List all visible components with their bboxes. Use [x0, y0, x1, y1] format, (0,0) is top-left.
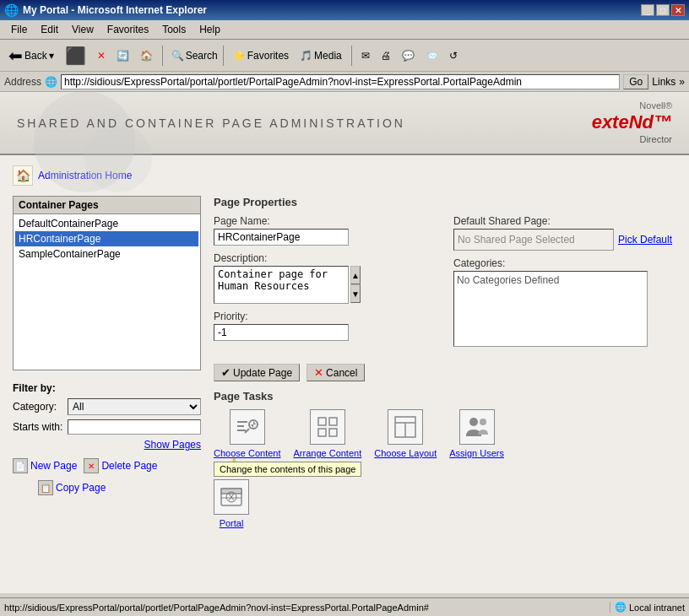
arrange-content-label: Arrange Content [294, 448, 362, 458]
admin-home-icon: 🏠 [13, 165, 33, 186]
page-name-input[interactable] [214, 229, 349, 246]
page-properties-title: Page Properties [214, 196, 676, 208]
menu-edit[interactable]: Edit [34, 22, 65, 37]
close-button[interactable]: ✕ [671, 4, 685, 16]
portal-icon [219, 484, 244, 510]
go-button[interactable]: Go [623, 74, 648, 89]
address-bar: Address 🌐 Go Links » [0, 72, 689, 92]
choose-content-task[interactable]: Choose Content 👆 Change the contents of … [214, 409, 281, 458]
page-wrapper: SHARED AND CONTAINER PAGE ADMINISTRATION… [0, 92, 689, 593]
description-textarea[interactable]: Container page for Human Resources [214, 266, 349, 304]
starts-with-input[interactable] [68, 419, 201, 435]
minimize-button[interactable]: _ [641, 4, 654, 16]
page-tasks-title: Page Tasks [214, 390, 676, 403]
home-icon: 🏠 [140, 50, 153, 62]
left-panel: Container Pages DefaultContainerPage HRC… [13, 196, 201, 500]
menu-view[interactable]: View [65, 22, 100, 37]
svg-rect-7 [318, 418, 326, 425]
cancel-label: Cancel [326, 367, 357, 379]
back-button[interactable]: ⬅ Back ▾ [4, 43, 58, 68]
category-select[interactable]: All [68, 398, 201, 415]
zone-icon: 🌐 [615, 602, 627, 613]
forward-button[interactable]: ⬛ [61, 43, 90, 68]
page-name-label: Page Name: [214, 215, 437, 227]
menu-help[interactable]: Help [193, 22, 227, 37]
back-dropdown-icon[interactable]: ▾ [49, 50, 54, 62]
window-controls[interactable]: _ □ ✕ [641, 4, 685, 16]
links-expand-icon[interactable]: » [679, 76, 685, 88]
description-group: Description: Container page for Human Re… [214, 252, 437, 304]
discuss-button[interactable]: 💬 [398, 47, 419, 64]
assign-users-icon-box [459, 409, 495, 445]
desc-scroll-down[interactable]: ▼ [350, 284, 361, 303]
list-item[interactable]: SampleContainerPage [15, 246, 198, 262]
refresh2-button[interactable]: ↺ [445, 47, 462, 64]
cancel-icon: ✕ [314, 366, 323, 379]
update-page-label: Update Page [233, 367, 292, 379]
arrange-content-task[interactable]: Arrange Content [294, 409, 362, 458]
portal-icon-box [214, 479, 249, 515]
portal-task[interactable]: Portal [214, 479, 249, 528]
menu-favorites[interactable]: Favorites [100, 22, 155, 37]
tasks-grid: Choose Content 👆 Change the contents of … [214, 409, 676, 471]
print-icon: 🖨 [381, 50, 391, 62]
starts-with-label: Starts with: [13, 421, 63, 433]
update-page-button[interactable]: ✔ Update Page [214, 364, 300, 381]
menu-tools[interactable]: Tools [155, 22, 193, 37]
right-panel: Page Properties Page Name: Description: [214, 196, 676, 528]
pages-list-container: DefaultContainerPage HRContainerPage Sam… [14, 214, 200, 370]
novell-text: Novell® [592, 100, 672, 111]
copy-page-icon: 📋 [38, 480, 53, 495]
form-button-bar: ✔ Update Page ✕ Cancel [214, 364, 676, 381]
svg-point-15 [480, 419, 486, 425]
categories-label: Categories: [453, 257, 676, 269]
links-label: Links [652, 76, 675, 88]
print-button[interactable]: 🖨 [377, 47, 395, 64]
favorites-button[interactable]: ⭐ Favorites [229, 47, 293, 64]
maximize-button[interactable]: □ [656, 4, 670, 16]
list-item[interactable]: DefaultContainerPage [15, 216, 198, 231]
media-button[interactable]: 🎵 Media [296, 47, 346, 64]
priority-input[interactable] [214, 324, 349, 341]
tooltip-text: Change the contents of this page [220, 464, 355, 474]
window-title: My Portal - Microsoft Internet Explorer [23, 4, 207, 16]
new-page-icon: 📄 [13, 458, 28, 473]
assign-users-task[interactable]: Assign Users [449, 409, 504, 458]
action-links: 📄 New Page ✕ Delete Page 📋 Copy Page [13, 454, 201, 500]
messenger-icon: 📨 [426, 50, 438, 62]
address-input[interactable] [61, 74, 620, 89]
refresh-button[interactable]: 🔄 [112, 47, 133, 64]
ie-icon: 🌐 [4, 3, 19, 17]
new-page-link[interactable]: 📄 New Page [13, 458, 77, 473]
default-shared-row: No Shared Page Selected Pick Default [453, 229, 676, 251]
extend-text: exteNd™ [592, 111, 672, 133]
no-shared-page-text: No Shared Page Selected [458, 234, 575, 246]
choose-layout-task[interactable]: Choose Layout [374, 409, 437, 458]
cancel-button[interactable]: ✕ Cancel [307, 364, 365, 381]
forward-icon: ⬛ [65, 46, 86, 66]
page-tasks-section: Page Tasks [214, 390, 676, 528]
delete-page-link[interactable]: ✕ Delete Page [84, 458, 157, 473]
default-shared-page-label: Default Shared Page: [453, 215, 676, 227]
messenger-button[interactable]: 📨 [421, 47, 442, 64]
description-label: Description: [214, 252, 437, 264]
show-pages-link[interactable]: Show Pages [13, 439, 201, 451]
page-header-title: SHARED AND CONTAINER PAGE ADMINISTRATION [17, 116, 405, 130]
props-left-col: Page Name: Description: Container page f… [214, 215, 437, 354]
portal-task-row: Portal [214, 479, 676, 528]
copy-page-link[interactable]: 📋 Copy Page [38, 480, 106, 495]
arrange-content-icon-box [310, 409, 345, 445]
pages-list[interactable]: DefaultContainerPage HRContainerPage Sam… [15, 216, 198, 368]
no-categories-text: No Categories Defined [457, 274, 559, 286]
list-item[interactable]: HRContainerPage [15, 231, 198, 246]
menu-file[interactable]: File [4, 22, 34, 37]
mail-button[interactable]: ✉ [357, 47, 374, 64]
home-button[interactable]: 🏠 [136, 47, 157, 64]
choose-content-icon-box [230, 409, 265, 445]
desc-scroll-up[interactable]: ▲ [350, 266, 361, 284]
stop-button[interactable]: ✕ [93, 47, 110, 64]
pick-default-link[interactable]: Pick Default [618, 234, 672, 246]
choose-content-tooltip: Change the contents of this page [214, 462, 361, 477]
props-right-col: Default Shared Page: No Shared Page Sele… [453, 215, 676, 354]
search-label: Search [186, 50, 218, 62]
